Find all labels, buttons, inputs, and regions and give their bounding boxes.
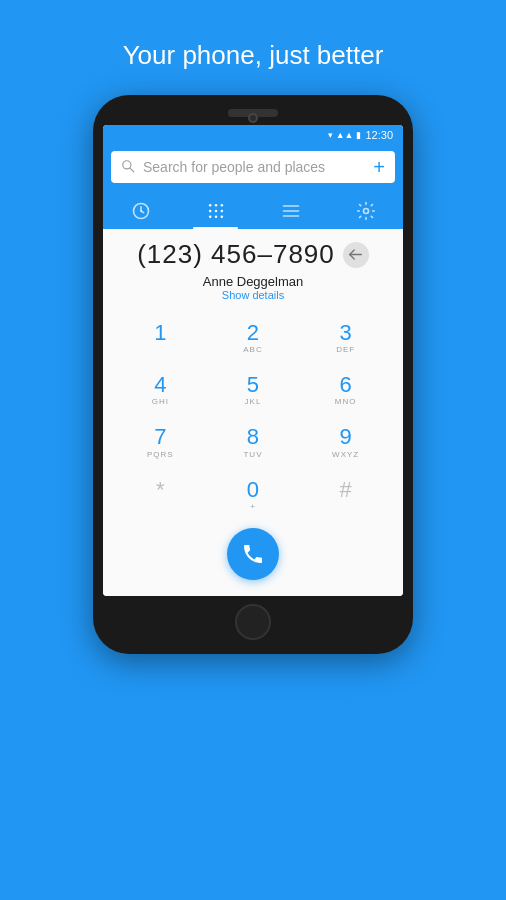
svg-point-7	[220, 204, 223, 207]
dial-key-1[interactable]: 1	[115, 313, 206, 363]
dial-key-#[interactable]: #	[300, 470, 391, 520]
svg-point-5	[208, 204, 211, 207]
backspace-button[interactable]	[343, 242, 369, 268]
dial-key-7[interactable]: 7PQRS	[115, 417, 206, 467]
dial-sub-label: PQRS	[147, 450, 174, 460]
dial-sub-label: DEF	[336, 345, 355, 355]
dial-sub-label: WXYZ	[332, 450, 359, 460]
dial-digit: 0	[247, 478, 259, 502]
dial-digit: 9	[340, 425, 352, 449]
svg-point-6	[214, 204, 217, 207]
svg-point-17	[363, 209, 368, 214]
tabs	[103, 191, 403, 229]
show-details-link[interactable]: Show details	[115, 289, 391, 301]
search-icon	[121, 159, 135, 176]
svg-point-12	[214, 216, 217, 219]
dial-digit: #	[340, 478, 352, 502]
battery-icon: ▮	[356, 130, 361, 140]
tab-contacts[interactable]	[253, 195, 328, 229]
dialpad-grid: 12ABC3DEF4GHI5JKL6MNO7PQRS8TUV9WXYZ*0+#	[115, 313, 391, 520]
dial-sub-label: +	[250, 502, 256, 512]
status-icons: ▾ ▲▲ ▮	[328, 130, 362, 140]
dial-digit: 5	[247, 373, 259, 397]
svg-line-4	[141, 211, 144, 213]
dial-digit: 3	[340, 321, 352, 345]
dial-digit: 4	[154, 373, 166, 397]
search-placeholder: Search for people and places	[143, 159, 365, 175]
dial-sub-label: MNO	[335, 397, 357, 407]
phone-mockup: ▾ ▲▲ ▮ 12:30 Search for people and place…	[93, 95, 413, 654]
dial-key-2[interactable]: 2ABC	[208, 313, 299, 363]
dialpad-area: (123) 456–7890 Anne Deggelman Show detai…	[103, 229, 403, 596]
contact-info: Anne Deggelman Show details	[115, 274, 391, 301]
number-display: (123) 456–7890	[115, 239, 391, 270]
dial-key-8[interactable]: 8TUV	[208, 417, 299, 467]
dial-key-6[interactable]: 6MNO	[300, 365, 391, 415]
dial-digit: 6	[340, 373, 352, 397]
dial-digit: 8	[247, 425, 259, 449]
dial-sub-label: ABC	[243, 345, 262, 355]
dial-key-5[interactable]: 5JKL	[208, 365, 299, 415]
dial-key-3[interactable]: 3DEF	[300, 313, 391, 363]
svg-point-11	[208, 216, 211, 219]
home-button[interactable]	[235, 604, 271, 640]
signal-icon: ▾	[328, 130, 333, 140]
svg-point-9	[214, 210, 217, 213]
add-contact-button[interactable]: +	[373, 157, 385, 177]
status-bar: ▾ ▲▲ ▮ 12:30	[103, 125, 403, 145]
status-time: 12:30	[365, 129, 393, 141]
tab-recents[interactable]	[103, 195, 178, 229]
dial-digit: *	[156, 478, 165, 502]
phone-bottom-bar	[103, 604, 403, 640]
tab-settings[interactable]	[328, 195, 403, 229]
dialed-number: (123) 456–7890	[137, 239, 335, 270]
search-bar: Search for people and places +	[103, 145, 403, 191]
call-button-row	[115, 528, 391, 584]
dial-digit: 7	[154, 425, 166, 449]
dial-digit: 2	[247, 321, 259, 345]
dial-key-9[interactable]: 9WXYZ	[300, 417, 391, 467]
network-icon: ▲▲	[336, 130, 354, 140]
svg-point-8	[208, 210, 211, 213]
phone-camera	[248, 113, 258, 123]
dial-digit: 1	[154, 321, 166, 345]
svg-point-13	[220, 216, 223, 219]
dial-key-*[interactable]: *	[115, 470, 206, 520]
tab-dialpad[interactable]	[178, 195, 253, 229]
dial-key-4[interactable]: 4GHI	[115, 365, 206, 415]
phone-screen: ▾ ▲▲ ▮ 12:30 Search for people and place…	[103, 125, 403, 596]
dial-key-0[interactable]: 0+	[208, 470, 299, 520]
svg-line-1	[130, 168, 134, 172]
dial-sub-label: GHI	[152, 397, 169, 407]
dial-sub-label: TUV	[243, 450, 262, 460]
call-button[interactable]	[227, 528, 279, 580]
tagline: Your phone, just better	[123, 40, 384, 71]
svg-point-10	[220, 210, 223, 213]
contact-name: Anne Deggelman	[115, 274, 391, 289]
search-input-row[interactable]: Search for people and places +	[111, 151, 395, 183]
dial-sub-label: JKL	[245, 397, 262, 407]
